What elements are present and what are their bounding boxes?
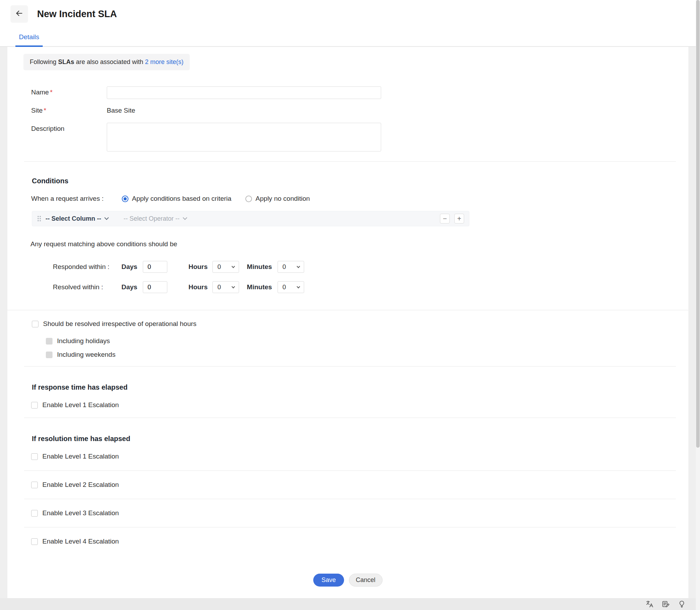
checkbox-unchecked-icon[interactable] (31, 402, 38, 409)
section-divider (7, 310, 688, 310)
tab-details[interactable]: Details (15, 33, 43, 47)
escalation-label: Enable Level 1 Escalation (42, 401, 119, 409)
enable-resolution-level-3-escalation[interactable]: Enable Level 3 Escalation (31, 509, 688, 517)
radio-apply-no-condition-label: Apply no condition (255, 195, 310, 203)
remove-condition-button[interactable]: − (440, 214, 450, 224)
drag-handle-icon[interactable] (37, 215, 41, 222)
responded-within-row: Responded within : Days Hours 0 Minutes … (53, 261, 688, 273)
resolved-within-row: Resolved within : Days Hours 0 Minutes 0 (53, 281, 688, 293)
action-buttons: Save Cancel (7, 574, 688, 587)
resolved-within-label: Resolved within : (53, 283, 121, 291)
checkbox-unchecked-icon[interactable] (31, 538, 38, 545)
escalation-label: Enable Level 1 Escalation (42, 453, 119, 460)
required-asterisk: * (50, 88, 52, 96)
resolved-hours-select[interactable]: 0 (212, 281, 239, 293)
more-sites-link[interactable]: 2 more site(s) (145, 58, 183, 65)
minutes-label: Minutes (247, 263, 272, 271)
chevron-down-icon (183, 215, 187, 220)
name-label: Name* (31, 86, 107, 96)
resolved-minutes-select[interactable]: 0 (278, 281, 304, 293)
cancel-button[interactable]: Cancel (349, 574, 383, 587)
responded-days-input[interactable] (143, 261, 167, 273)
including-holidays-checkbox-row[interactable]: Including holidays (46, 337, 688, 345)
page-header: New Incident SLA (0, 0, 700, 28)
enable-resolution-level-2-escalation[interactable]: Enable Level 2 Escalation (31, 481, 688, 489)
page-title: New Incident SLA (37, 9, 117, 20)
responded-hours-select[interactable]: 0 (212, 261, 239, 273)
escalation-label: Enable Level 3 Escalation (42, 509, 119, 517)
save-button[interactable]: Save (313, 574, 344, 587)
details-form: Name* Site* Base Site Description (7, 86, 688, 151)
resolution-elapsed-heading: If resolution time has elapsed (32, 435, 688, 443)
section-divider (24, 366, 676, 367)
including-weekends-label: Including weekends (57, 351, 115, 359)
scrollbar-thumb[interactable] (696, 0, 700, 448)
footer-bar (0, 598, 700, 610)
banner-text-prefix: Following (30, 58, 58, 65)
arrow-left-icon (15, 9, 24, 20)
minutes-label: Minutes (247, 283, 272, 291)
section-divider (24, 527, 676, 527)
name-input[interactable] (107, 86, 381, 99)
conditions-heading: Conditions (32, 177, 688, 185)
translate-icon[interactable] (645, 600, 654, 608)
resolved-days-input[interactable] (143, 281, 167, 293)
select-column-dropdown[interactable]: -- Select Column -- (46, 215, 108, 222)
add-condition-button[interactable]: + (454, 214, 464, 224)
chevron-down-icon (232, 285, 235, 289)
site-label: Site* (31, 107, 107, 114)
checkbox-unchecked-icon[interactable] (31, 453, 38, 460)
escalation-label: Enable Level 4 Escalation (42, 538, 119, 545)
banner-text-bold: SLAs (58, 58, 74, 65)
description-textarea[interactable] (107, 123, 381, 151)
page: New Incident SLA Details Following SLAs … (0, 0, 700, 610)
radio-unselected-icon (245, 196, 252, 202)
including-holidays-label: Including holidays (57, 337, 110, 345)
section-divider (24, 499, 676, 499)
hours-label: Hours (188, 283, 208, 291)
enable-response-level-1-escalation[interactable]: Enable Level 1 Escalation (31, 401, 688, 409)
checkbox-unchecked-icon[interactable] (31, 510, 38, 517)
operational-hours-checkbox-row[interactable]: Should be resolved irrespective of opera… (32, 320, 688, 328)
chevron-down-icon (297, 265, 300, 268)
operational-hours-label: Should be resolved irrespective of opera… (43, 320, 196, 328)
checkbox-unchecked-icon[interactable] (31, 482, 38, 488)
required-asterisk: * (44, 107, 46, 114)
chevron-down-icon (297, 285, 300, 289)
response-elapsed-heading: If response time has elapsed (32, 383, 688, 391)
escalation-label: Enable Level 2 Escalation (42, 481, 119, 489)
banner-text-middle: are also associated with (74, 58, 145, 65)
section-divider (24, 161, 676, 162)
chevron-down-icon (232, 265, 235, 268)
radio-apply-no-condition[interactable]: Apply no condition (245, 195, 310, 203)
radio-selected-icon (122, 196, 128, 202)
hours-label: Hours (188, 263, 208, 271)
section-divider (24, 418, 676, 418)
condition-row: -- Select Column -- -- Select Operator -… (32, 211, 469, 226)
checkbox-disabled-icon (46, 338, 52, 345)
matching-conditions-text: Any request matching above conditions sh… (30, 240, 688, 248)
request-arrives-row: When a request arrives : Apply condition… (31, 195, 688, 203)
site-value: Base Site (107, 107, 135, 114)
feedback-icon[interactable] (662, 600, 670, 608)
days-label: Days (121, 263, 137, 271)
scrollbar-track[interactable] (696, 0, 700, 610)
radio-apply-conditions[interactable]: Apply conditions based on criteria (122, 195, 231, 203)
responded-minutes-select[interactable]: 0 (278, 261, 304, 273)
responded-within-label: Responded within : (53, 263, 121, 271)
days-label: Days (121, 283, 137, 291)
enable-resolution-level-4-escalation[interactable]: Enable Level 4 Escalation (31, 538, 688, 545)
checkbox-unchecked-icon[interactable] (32, 321, 38, 327)
checkbox-disabled-icon (46, 352, 52, 358)
lightbulb-icon[interactable] (678, 600, 686, 608)
tab-bar: Details (0, 28, 700, 47)
select-operator-dropdown[interactable]: -- Select Operator -- (108, 215, 187, 222)
enable-resolution-level-1-escalation[interactable]: Enable Level 1 Escalation (31, 453, 688, 460)
section-divider (24, 470, 676, 471)
including-weekends-checkbox-row[interactable]: Including weekends (46, 351, 688, 359)
description-label: Description (31, 123, 107, 151)
sla-association-banner: Following SLAs are also associated with … (23, 54, 190, 70)
request-arrives-label: When a request arrives : (31, 195, 104, 203)
back-button[interactable] (10, 5, 28, 23)
main-content: Following SLAs are also associated with … (7, 47, 689, 598)
